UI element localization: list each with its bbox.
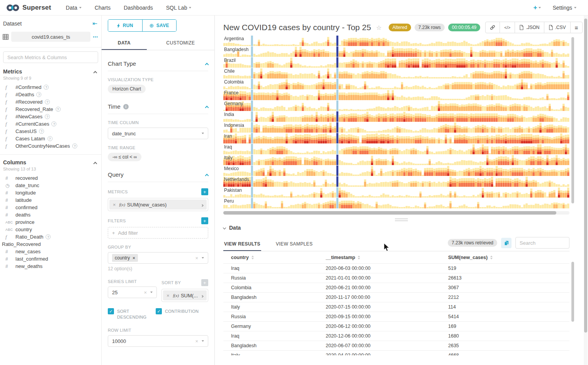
copy-link-button[interactable]: [486, 22, 500, 33]
group-by-tag[interactable]: country ×: [112, 254, 138, 262]
table-row[interactable]: Italy 2020-04-02 00:00:00 4668: [223, 350, 569, 355]
altered-badge[interactable]: Altered: [389, 24, 411, 31]
embed-code-button[interactable]: </>: [500, 22, 515, 33]
settings-menu[interactable]: Settings: [552, 5, 576, 11]
chevron-up-icon[interactable]: [205, 174, 209, 177]
add-sort-button[interactable]: +: [201, 279, 208, 286]
remove-metric-icon[interactable]: ×: [109, 202, 119, 208]
column-item[interactable]: # latitude ?: [0, 196, 101, 204]
visualization-type-value[interactable]: Horizon Chart: [108, 85, 146, 93]
dataset-more-icon[interactable]: •••: [93, 35, 98, 39]
export-csv-button[interactable]: .CSV: [544, 22, 570, 33]
sort-by-chip[interactable]: × f(x) SUM(...: [163, 290, 207, 300]
dataset-name[interactable]: covid19.cases_ts: [11, 32, 90, 42]
column-item[interactable]: # new_deaths ?: [0, 263, 101, 270]
metric-item[interactable]: f OtherCountryNewCases ?: [0, 142, 101, 150]
horizon-row[interactable]: Germany: [223, 101, 569, 111]
table-row[interactable]: Bangladesh 2020-11-17 00:00:00 2212: [223, 292, 569, 302]
metric-item[interactable]: f Cases Latam ?: [0, 135, 101, 142]
column-header-timestamp[interactable]: __timestamp: [326, 255, 355, 260]
horizon-row[interactable]: Argentina: [223, 36, 569, 46]
data-collapse-header[interactable]: Data: [223, 225, 569, 231]
table-row[interactable]: Colombia 2020-06-21 00:00:00 3067: [223, 283, 569, 292]
column-item[interactable]: # confirmed ?: [0, 204, 101, 211]
table-row[interactable]: Germany 2020-06-12 00:00:00 169: [223, 321, 569, 331]
metric-item[interactable]: f CasesUS ?: [0, 128, 101, 135]
chevron-up-icon[interactable]: [205, 106, 209, 109]
clear-icon[interactable]: ×: [195, 339, 198, 344]
chart-menu-button[interactable]: ≡: [570, 22, 583, 33]
sort-descending-checkbox[interactable]: ✓ SORT DESCENDING: [108, 308, 147, 320]
chevron-up-icon[interactable]: [93, 71, 97, 75]
chart-horizontal-scrollbar[interactable]: [223, 211, 569, 215]
time-range-value[interactable]: -∞ ≤ col < ∞: [108, 153, 141, 161]
horizon-row[interactable]: Italy: [223, 155, 569, 165]
clear-icon[interactable]: ×: [195, 256, 198, 261]
horizon-row[interactable]: Iran: [223, 133, 569, 143]
save-button[interactable]: ⊕ SAVE: [143, 20, 177, 31]
sort-icon[interactable]: [252, 256, 254, 259]
tab-view-results[interactable]: VIEW RESULTS: [223, 237, 261, 251]
metric-item[interactable]: f Recovered_Rate ?: [0, 106, 101, 113]
chevron-up-icon[interactable]: [205, 63, 209, 67]
chevron-right-icon[interactable]: [198, 293, 207, 298]
checkbox-checked-icon[interactable]: ✓: [108, 308, 114, 314]
column-item[interactable]: # deaths ?: [0, 211, 101, 218]
column-item[interactable]: ABC country ?: [0, 226, 101, 233]
nav-item[interactable]: Dashboards: [124, 5, 153, 11]
nav-item[interactable]: SQL Lab: [166, 5, 192, 11]
new-item-button[interactable]: +: [533, 4, 541, 12]
metric-item[interactable]: f #Confirmed ?: [0, 84, 101, 91]
help-icon[interactable]: ?: [39, 129, 44, 134]
nav-item[interactable]: Charts: [95, 5, 110, 11]
table-row[interactable]: Iraq 2020-12-06 00:00:00 1680: [223, 331, 569, 341]
help-icon[interactable]: ?: [44, 85, 49, 90]
add-metric-button[interactable]: +: [201, 188, 208, 195]
remove-sort-icon[interactable]: ×: [163, 293, 173, 298]
sort-icon[interactable]: [358, 256, 360, 259]
metric-item[interactable]: f #Recovered ?: [0, 98, 101, 106]
horizon-row[interactable]: Chile: [223, 68, 569, 78]
column-item[interactable]: # new_cases ?: [0, 248, 101, 255]
metric-item[interactable]: f #NewCases ?: [0, 113, 101, 120]
chevron-right-icon[interactable]: [198, 202, 207, 208]
column-item[interactable]: ABC province ?: [0, 218, 101, 226]
table-row[interactable]: Russia 2021-01-01 00:00:00 26613: [223, 273, 569, 283]
favorite-star-icon[interactable]: ☆: [376, 24, 381, 31]
copy-results-button[interactable]: [501, 238, 512, 248]
series-limit-select[interactable]: 25 ×: [108, 287, 157, 298]
help-icon[interactable]: ?: [45, 99, 50, 104]
help-icon[interactable]: ?: [46, 234, 51, 239]
horizon-row[interactable]: Bangladesh: [223, 46, 569, 57]
add-filter-button[interactable]: +: [201, 217, 208, 224]
checkbox-checked-icon[interactable]: ✓: [156, 308, 162, 314]
run-button[interactable]: RUN: [108, 20, 143, 31]
help-icon[interactable]: ?: [48, 136, 53, 141]
tab-customize[interactable]: CUSTOMIZE: [147, 36, 214, 50]
metric-chip[interactable]: × f(x) SUM(new_cases): [109, 200, 207, 210]
search-metrics-columns-input[interactable]: [3, 51, 98, 63]
time-column-select[interactable]: date_trunc: [108, 128, 208, 139]
sort-icon[interactable]: [490, 256, 493, 259]
contribution-checkbox[interactable]: ✓ CONTRIBUTION: [156, 308, 199, 320]
column-item[interactable]: ◷ date_trunc ?: [0, 182, 101, 189]
horizon-row[interactable]: France: [223, 90, 569, 100]
page-scrollbar[interactable]: [584, 15, 588, 365]
help-icon[interactable]: ?: [36, 92, 41, 97]
panel-resize-handle[interactable]: [215, 215, 588, 225]
column-item[interactable]: f Ratio_Death ?: [0, 233, 101, 240]
metric-item[interactable]: f #Deaths ?: [0, 91, 101, 98]
help-icon[interactable]: ?: [45, 114, 50, 119]
remove-tag-icon[interactable]: ×: [133, 256, 135, 260]
horizon-row[interactable]: Brazil: [223, 57, 569, 68]
tab-view-samples[interactable]: VIEW SAMPLES: [275, 237, 314, 251]
horizon-row[interactable]: India: [223, 111, 569, 122]
group-by-select[interactable]: country × ×: [108, 252, 208, 264]
column-item[interactable]: # last_confirmed ?: [0, 255, 101, 263]
help-icon[interactable]: ?: [72, 143, 77, 148]
nav-item[interactable]: Data: [66, 5, 82, 11]
tab-data[interactable]: DATA: [102, 36, 147, 50]
add-filter-dropzone[interactable]: + Add filter: [108, 227, 208, 239]
table-vertical-scrollbar[interactable]: [571, 262, 574, 322]
table-row[interactable]: Italy 2020-07-15 00:00:00 114: [223, 302, 569, 312]
